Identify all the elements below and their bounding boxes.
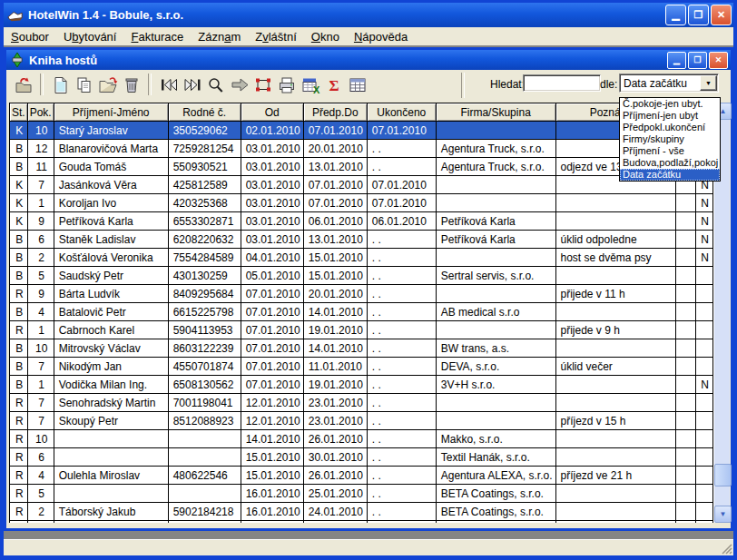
table-row[interactable]: R1014.01.201026.01.2010. .Makko, s.r.o.: [10, 430, 713, 448]
chevron-down-icon[interactable]: ▼: [700, 75, 717, 91]
cell[interactable]: 550930521: [168, 158, 241, 176]
table-row[interactable]: B6Staněk Ladislav620822063203.01.201013.…: [10, 231, 713, 249]
cell[interactable]: R: [10, 412, 28, 430]
cell[interactable]: [695, 521, 712, 524]
table-row[interactable]: K1Koroljan Ivo42032536803.01.201007.01.2…: [10, 194, 713, 212]
cell[interactable]: BETA Coatings, s.r.o.: [436, 503, 555, 521]
minimize-button[interactable]: ▁: [665, 5, 686, 25]
cell[interactable]: 8512088923: [168, 412, 241, 430]
table-row[interactable]: B5Saudský Petr43013025905.01.201015.01.2…: [10, 267, 713, 285]
cell[interactable]: 4550701874: [168, 358, 241, 376]
cell[interactable]: . .: [367, 430, 436, 448]
cell[interactable]: B: [10, 303, 28, 321]
cell[interactable]: [695, 412, 712, 430]
cell[interactable]: . .: [367, 448, 436, 467]
cell[interactable]: 7001198041: [168, 394, 241, 412]
cell[interactable]: 19.01.2010: [303, 376, 367, 394]
cell[interactable]: [695, 267, 712, 285]
cell[interactable]: . .: [367, 285, 436, 303]
cell[interactable]: 8603122239: [168, 339, 241, 358]
cell[interactable]: [695, 321, 712, 339]
cell[interactable]: [695, 394, 712, 412]
cell[interactable]: K: [10, 176, 28, 194]
table-row[interactable]: K7Jasánková Věra42581258903.01.201007.01…: [10, 176, 713, 194]
cell[interactable]: 14.01.2010: [241, 430, 303, 448]
cell[interactable]: 15.01.2010: [303, 267, 367, 285]
cell[interactable]: [695, 430, 712, 448]
cell[interactable]: [555, 521, 675, 524]
cell[interactable]: B: [10, 249, 28, 267]
cell[interactable]: 07.01.2010: [367, 176, 436, 194]
table-row[interactable]: R9Bárta Ludvík840929568407.01.201020.01.…: [10, 285, 713, 303]
table-row[interactable]: R2Táborský Jakub590218421816.01.201024.0…: [10, 503, 713, 521]
cell[interactable]: 03.01.2010: [241, 212, 303, 231]
cell[interactable]: Táborský Jakub: [54, 503, 168, 521]
scroll-down-icon[interactable]: ▼: [714, 506, 732, 523]
cell[interactable]: Bárta Ludvík: [54, 285, 168, 303]
cell[interactable]: 6: [27, 448, 54, 467]
cell[interactable]: 7: [27, 176, 54, 194]
cell[interactable]: [675, 303, 695, 321]
cell[interactable]: 15.01.2010: [303, 249, 367, 267]
cell[interactable]: [555, 339, 675, 358]
cell[interactable]: [695, 485, 712, 503]
cell[interactable]: [436, 122, 555, 140]
cell[interactable]: . .: [367, 339, 436, 358]
cell[interactable]: 7: [27, 358, 54, 376]
cell[interactable]: Staněk Ladislav: [54, 231, 168, 249]
cell[interactable]: 5: [27, 485, 54, 503]
cell[interactable]: 1: [27, 321, 54, 339]
cell[interactable]: 07.01.2010: [241, 376, 303, 394]
cell[interactable]: [675, 321, 695, 339]
cell[interactable]: R: [10, 285, 28, 303]
cell[interactable]: 7: [27, 394, 54, 412]
child-restore-button[interactable]: ❐: [688, 52, 707, 69]
cell[interactable]: 16.01.2010: [241, 485, 303, 503]
dropdown-item[interactable]: Data začátku: [620, 169, 720, 181]
cell[interactable]: 7259281254: [168, 140, 241, 158]
close-button[interactable]: ✕: [711, 5, 732, 25]
cell[interactable]: 07.01.2010: [241, 321, 303, 339]
cell[interactable]: 03.01.2010: [241, 194, 303, 212]
cell[interactable]: 1: [27, 194, 54, 212]
cell[interactable]: Saudský Petr: [54, 267, 168, 285]
cell[interactable]: Vodička Milan Ing.: [54, 376, 168, 394]
column-header-p-jmen-jm-no[interactable]: Příjmení-Jméno: [54, 103, 168, 122]
cell[interactable]: 04.01.2010: [241, 249, 303, 267]
cell[interactable]: BETA Coatings, s.r.o.: [436, 485, 555, 503]
cell[interactable]: R: [10, 448, 28, 467]
cell[interactable]: Mitrovský Václav: [54, 339, 168, 358]
cell[interactable]: Petříková Karla: [436, 231, 555, 249]
column-header-rodn-[interactable]: Rodné č.: [168, 103, 241, 122]
table-row[interactable]: R1Cabrnoch Karel590411395307.01.201019.0…: [10, 321, 713, 339]
cell[interactable]: [54, 448, 168, 467]
menu-item-ubytovn[interactable]: Ubytování: [56, 28, 124, 45]
cell[interactable]: 2: [27, 503, 54, 521]
cell[interactable]: [675, 231, 695, 249]
cell[interactable]: úklid večer: [555, 358, 675, 376]
cell[interactable]: . .: [367, 376, 436, 394]
cell[interactable]: Agentura Truck, s.r.o.: [436, 158, 555, 176]
cell[interactable]: 13.01.2010: [303, 158, 367, 176]
cell[interactable]: [675, 448, 695, 467]
cell[interactable]: 15.01.2010: [241, 467, 303, 485]
cell[interactable]: 07.01.2010: [367, 194, 436, 212]
cell[interactable]: úklid odpoledne: [555, 231, 675, 249]
table-row[interactable]: B10Mitrovský Václav860312223907.01.20101…: [10, 339, 713, 358]
cell[interactable]: [436, 249, 555, 267]
dropdown-item[interactable]: Firmy/skupiny: [620, 133, 720, 145]
cell[interactable]: B: [10, 267, 28, 285]
cell[interactable]: 12.01.2010: [241, 412, 303, 430]
cell[interactable]: [555, 267, 675, 285]
cell[interactable]: Makko, s.r.o.: [436, 430, 555, 448]
table-row[interactable]: B7Nikodým Jan455070187407.01.201011.01.2…: [10, 358, 713, 376]
cell[interactable]: AB medical s.r.o: [436, 303, 555, 321]
cell[interactable]: [168, 430, 241, 448]
cell[interactable]: [695, 358, 712, 376]
cell[interactable]: 5904113953: [168, 321, 241, 339]
cell[interactable]: R: [10, 485, 28, 503]
cell[interactable]: DEVA, s.r.o.: [436, 358, 555, 376]
cell[interactable]: . .: [367, 140, 436, 158]
cell[interactable]: 6508130562: [168, 376, 241, 394]
menu-item-zvltn[interactable]: Zvláštní: [248, 28, 304, 45]
